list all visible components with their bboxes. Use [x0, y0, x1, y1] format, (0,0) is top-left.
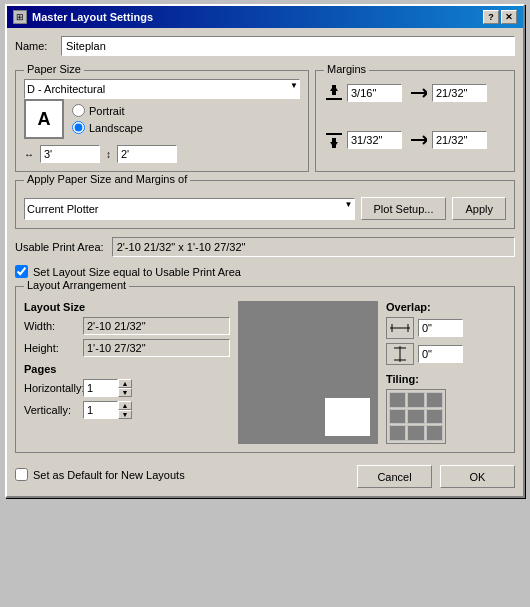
vert-spinner-btns: ▲ ▼	[118, 401, 132, 419]
title-buttons: ? ✕	[483, 10, 517, 24]
overlap-section-label: Overlap:	[386, 301, 506, 313]
apply-select-wrapper: Current Plotter	[24, 198, 355, 220]
margin-bottom-right-input[interactable]	[432, 131, 487, 149]
vert-down-btn[interactable]: ▼	[118, 410, 132, 419]
svg-marker-1	[330, 85, 338, 91]
margin-top-left-input[interactable]	[347, 84, 402, 102]
la-height-input	[83, 339, 230, 357]
tiling-cell-8	[407, 425, 424, 441]
margin-top-right-input[interactable]	[432, 84, 487, 102]
overlap-v-input[interactable]	[418, 345, 463, 363]
apply-group-label: Apply Paper Size and Margins of	[24, 173, 190, 185]
content: Name: Paper Size D - Architectural A	[7, 28, 523, 496]
two-panel: Paper Size D - Architectural A Portrait	[15, 64, 515, 172]
tiling-cell-2	[407, 392, 424, 408]
main-window: ⊞ Master Layout Settings ? ✕ Name: Paper…	[5, 4, 525, 498]
la-horiz-label: Horizontally:	[24, 382, 79, 394]
overlap-h-icon	[386, 317, 414, 339]
paper-size-select[interactable]: D - Architectural	[24, 79, 300, 99]
apply-row: Current Plotter Plot Setup... Apply	[24, 197, 506, 220]
width-arrow-icon: ↔	[24, 149, 34, 160]
ok-button[interactable]: OK	[440, 465, 515, 488]
layout-arrangement-label: Layout Arrangement	[24, 279, 129, 291]
la-vert-label: Vertically:	[24, 404, 79, 416]
set-default-label: Set as Default for New Layouts	[33, 469, 185, 481]
apply-group: Apply Paper Size and Margins of Current …	[15, 180, 515, 229]
bottom-row: Set as Default for New Layouts Cancel OK	[15, 461, 515, 488]
layout-preview-inner	[325, 398, 370, 436]
la-left: Layout Size Width: Height: Pages Horizon…	[24, 301, 230, 444]
set-default-checkbox[interactable]	[15, 468, 28, 481]
layout-preview	[238, 301, 378, 444]
tiling-cell-7	[389, 425, 406, 441]
window-title: Master Layout Settings	[32, 11, 153, 23]
tiling-icon	[386, 389, 446, 444]
margins-group: Margins	[315, 70, 515, 172]
tiling-label: Tiling:	[386, 373, 506, 385]
name-row: Name:	[15, 36, 515, 56]
set-layout-checkbox[interactable]	[15, 265, 28, 278]
bottom-buttons: Cancel OK	[357, 461, 515, 488]
vert-up-btn[interactable]: ▲	[118, 401, 132, 410]
paper-icon: A	[24, 99, 64, 139]
tiling-cell-5	[407, 409, 424, 425]
name-label: Name:	[15, 40, 55, 52]
portrait-radio[interactable]	[72, 104, 85, 117]
set-layout-row: Set Layout Size equal to Usable Print Ar…	[15, 265, 515, 278]
la-inner: Layout Size Width: Height: Pages Horizon…	[24, 301, 506, 444]
landscape-row: Landscape	[72, 121, 143, 134]
portrait-row: Portrait	[72, 104, 143, 117]
margin-bottom-row	[324, 130, 506, 150]
margin-bottom-icon	[324, 130, 344, 150]
layout-size-section-label: Layout Size	[24, 301, 230, 313]
tiling-cell-6	[426, 409, 443, 425]
width-input[interactable]	[40, 145, 100, 163]
vert-input[interactable]	[83, 401, 118, 419]
landscape-radio[interactable]	[72, 121, 85, 134]
portrait-label: Portrait	[89, 105, 124, 117]
apply-button[interactable]: Apply	[452, 197, 506, 220]
margins-label: Margins	[324, 63, 369, 75]
paper-size-label: Paper Size	[24, 63, 84, 75]
height-input[interactable]	[117, 145, 177, 163]
name-input[interactable]	[61, 36, 515, 56]
height-arrow-icon: ↕	[106, 149, 111, 160]
tiling-section: Tiling:	[386, 373, 506, 444]
la-width-row: Width:	[24, 317, 230, 335]
orientation-group: Portrait Landscape	[72, 104, 143, 134]
landscape-label: Landscape	[89, 122, 143, 134]
margin-top-row	[324, 83, 506, 103]
margin-bottom-left-input[interactable]	[347, 131, 402, 149]
overlap-h-row	[386, 317, 506, 339]
paper-size-select-wrapper: D - Architectural	[24, 79, 300, 99]
la-horiz-row: Horizontally: ▲ ▼	[24, 379, 230, 397]
title-bar-left: ⊞ Master Layout Settings	[13, 10, 153, 24]
la-pages-section: Pages Horizontally: ▲ ▼	[24, 363, 230, 419]
overlap-h-input[interactable]	[418, 319, 463, 337]
paper-preview: A Portrait Landscape	[24, 99, 300, 139]
horiz-down-btn[interactable]: ▼	[118, 388, 132, 397]
la-width-input	[83, 317, 230, 335]
margin-top-icon	[324, 83, 344, 103]
close-button[interactable]: ✕	[501, 10, 517, 24]
plot-setup-button[interactable]: Plot Setup...	[361, 197, 447, 220]
tiling-cell-1	[389, 392, 406, 408]
overlap-v-row	[386, 343, 506, 365]
horiz-input[interactable]	[83, 379, 118, 397]
current-plotter-select[interactable]: Current Plotter	[24, 198, 355, 220]
window-icon: ⊞	[13, 10, 27, 24]
la-height-row: Height:	[24, 339, 230, 357]
la-height-label: Height:	[24, 342, 79, 354]
horiz-spinner-btns: ▲ ▼	[118, 379, 132, 397]
la-right: Overlap:	[386, 301, 506, 444]
paper-size-group: Paper Size D - Architectural A Portrait	[15, 70, 309, 172]
title-bar: ⊞ Master Layout Settings ? ✕	[7, 6, 523, 28]
vert-spinner: ▲ ▼	[83, 401, 132, 419]
set-layout-label: Set Layout Size equal to Usable Print Ar…	[33, 266, 241, 278]
help-button[interactable]: ?	[483, 10, 499, 24]
horiz-up-btn[interactable]: ▲	[118, 379, 132, 388]
usable-row: Usable Print Area:	[15, 237, 515, 257]
tiling-cell-9	[426, 425, 443, 441]
layout-arrangement-group: Layout Arrangement Layout Size Width: He…	[15, 286, 515, 453]
cancel-button[interactable]: Cancel	[357, 465, 432, 488]
